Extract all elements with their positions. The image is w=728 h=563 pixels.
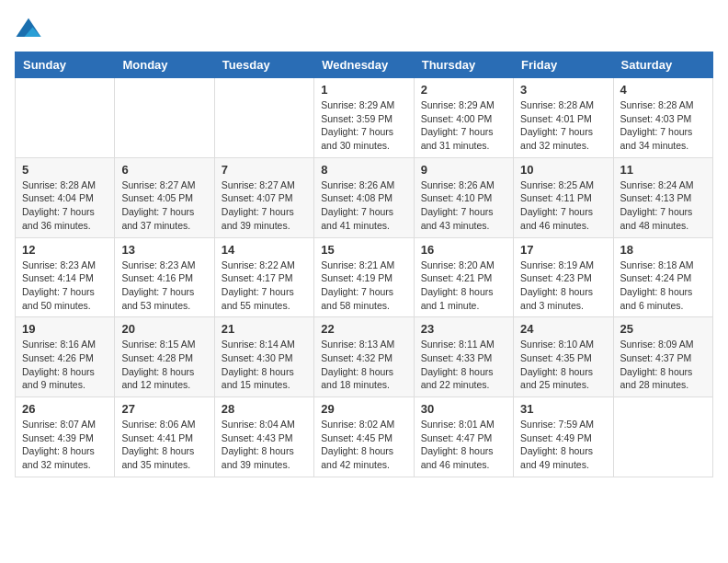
day-info-line: Sunrise: 8:06 AM [121,418,207,431]
day-info-line: Sunset: 4:05 PM [121,191,207,205]
calendar-cell [115,78,214,158]
day-info-line: Sunrise: 8:26 AM [421,178,506,192]
calendar-week-row: 19Sunrise: 8:16 AMSunset: 4:26 PMDayligh… [16,317,713,397]
day-info-line: Sunrise: 8:18 AM [620,259,706,272]
day-info-line: Daylight: 7 hours [620,125,706,139]
day-info-line: Daylight: 7 hours [22,205,108,219]
calendar-cell: 22Sunrise: 8:13 AMSunset: 4:32 PMDayligh… [314,317,414,397]
day-info-line: Sunrise: 8:10 AM [520,338,606,351]
calendar-cell: 24Sunrise: 8:10 AMSunset: 4:35 PMDayligh… [514,317,613,397]
day-number: 6 [121,163,207,177]
day-info-line: Sunrise: 8:13 AM [321,338,406,351]
day-info-line: Daylight: 8 hours [222,365,307,379]
weekday-header-tuesday: Tuesday [214,52,313,78]
day-info-line: and 37 minutes. [121,219,207,233]
day-number: 29 [321,402,406,416]
day-info-line: and 3 minutes. [520,299,606,313]
day-info-line: Daylight: 7 hours [222,285,307,299]
day-number: 10 [520,163,606,177]
calendar-cell: 31Sunrise: 7:59 AMSunset: 4:49 PMDayligh… [514,397,613,477]
day-info-line: Sunrise: 8:27 AM [121,178,207,192]
day-number: 8 [321,163,406,177]
day-info-line: Daylight: 8 hours [520,365,606,379]
calendar-cell [613,397,712,477]
calendar-cell: 26Sunrise: 8:07 AMSunset: 4:39 PMDayligh… [16,397,115,477]
day-info-line: Sunset: 4:30 PM [222,351,307,365]
day-info-line: Sunrise: 8:07 AM [22,418,108,431]
weekday-header-sunday: Sunday [16,52,115,78]
calendar-cell: 28Sunrise: 8:04 AMSunset: 4:43 PMDayligh… [214,397,313,477]
day-info-line: Daylight: 7 hours [22,285,108,299]
day-info-line: Sunset: 4:16 PM [121,271,207,285]
day-info-line: and 32 minutes. [520,139,606,153]
day-number: 17 [520,243,606,257]
calendar-cell: 5Sunrise: 8:28 AMSunset: 4:04 PMDaylight… [16,157,115,237]
calendar-cell [214,78,313,158]
day-number: 30 [421,402,506,416]
day-info-line: Sunset: 4:04 PM [22,191,108,205]
day-info-line: and 53 minutes. [121,299,207,313]
day-info-line: Sunrise: 8:14 AM [222,338,307,351]
logo-icon [15,15,42,42]
day-info-line: Daylight: 8 hours [620,365,706,379]
day-info-line: Sunrise: 8:28 AM [22,178,108,192]
day-info-line: and 46 minutes. [421,458,506,472]
weekday-header-wednesday: Wednesday [314,52,414,78]
calendar-cell [16,78,115,158]
day-number: 12 [22,243,108,257]
day-info-line: Sunrise: 8:29 AM [421,98,506,112]
day-info-line: Sunset: 4:23 PM [520,271,606,285]
day-info-line: and 35 minutes. [121,458,207,472]
calendar-week-row: 26Sunrise: 8:07 AMSunset: 4:39 PMDayligh… [16,397,713,477]
day-info-line: Sunset: 4:14 PM [22,271,108,285]
calendar-cell: 4Sunrise: 8:28 AMSunset: 4:03 PMDaylight… [613,78,712,158]
day-info-line: Daylight: 7 hours [321,285,406,299]
day-info-line: Daylight: 8 hours [520,285,606,299]
day-info-line: and 1 minute. [421,299,506,313]
day-info-line: Daylight: 8 hours [620,285,706,299]
day-info-line: Sunrise: 7:59 AM [520,418,606,431]
day-info-line: Daylight: 7 hours [520,125,606,139]
day-info-line: Sunset: 3:59 PM [321,112,406,126]
day-info-line: Daylight: 7 hours [620,205,706,219]
day-info-line: Sunset: 4:13 PM [620,191,706,205]
calendar-cell: 8Sunrise: 8:26 AMSunset: 4:08 PMDaylight… [314,157,414,237]
day-info-line: Sunset: 4:08 PM [321,191,406,205]
logo [15,15,46,42]
day-info-line: Sunset: 4:01 PM [520,112,606,126]
day-info-line: Daylight: 7 hours [321,125,406,139]
day-info-line: Sunset: 4:21 PM [421,271,506,285]
day-info-line: Daylight: 8 hours [421,365,506,379]
day-info-line: Daylight: 7 hours [121,285,207,299]
day-number: 18 [620,243,706,257]
day-info-line: and 12 minutes. [121,378,207,392]
calendar-week-row: 12Sunrise: 8:23 AMSunset: 4:14 PMDayligh… [16,237,713,317]
day-info-line: and 43 minutes. [421,219,506,233]
day-info-line: Sunrise: 8:02 AM [321,418,406,431]
calendar-cell: 18Sunrise: 8:18 AMSunset: 4:24 PMDayligh… [613,237,712,317]
day-info-line: Daylight: 8 hours [421,444,506,458]
day-info-line: and 32 minutes. [22,458,108,472]
day-info-line: Daylight: 8 hours [321,444,406,458]
day-info-line: Sunrise: 8:20 AM [421,259,506,272]
weekday-header-monday: Monday [115,52,214,78]
day-info-line: Sunrise: 8:01 AM [421,418,506,431]
day-number: 24 [520,322,606,336]
day-number: 26 [22,402,108,416]
day-info-line: Sunrise: 8:23 AM [121,259,207,272]
calendar-cell: 13Sunrise: 8:23 AMSunset: 4:16 PMDayligh… [115,237,214,317]
day-info-line: Daylight: 8 hours [22,444,108,458]
day-info-line: and 22 minutes. [421,378,506,392]
calendar-cell: 21Sunrise: 8:14 AMSunset: 4:30 PMDayligh… [214,317,313,397]
day-info-line: and 28 minutes. [620,378,706,392]
day-number: 9 [421,163,506,177]
day-info-line: Sunrise: 8:19 AM [520,259,606,272]
day-info-line: Sunset: 4:03 PM [620,112,706,126]
day-info-line: Sunset: 4:11 PM [520,191,606,205]
day-info-line: and 48 minutes. [620,219,706,233]
day-info-line: Sunrise: 8:25 AM [520,178,606,192]
day-number: 5 [22,163,108,177]
calendar-cell: 2Sunrise: 8:29 AMSunset: 4:00 PMDaylight… [414,78,513,158]
day-info-line: Sunset: 4:43 PM [222,431,307,445]
day-number: 1 [321,83,406,97]
